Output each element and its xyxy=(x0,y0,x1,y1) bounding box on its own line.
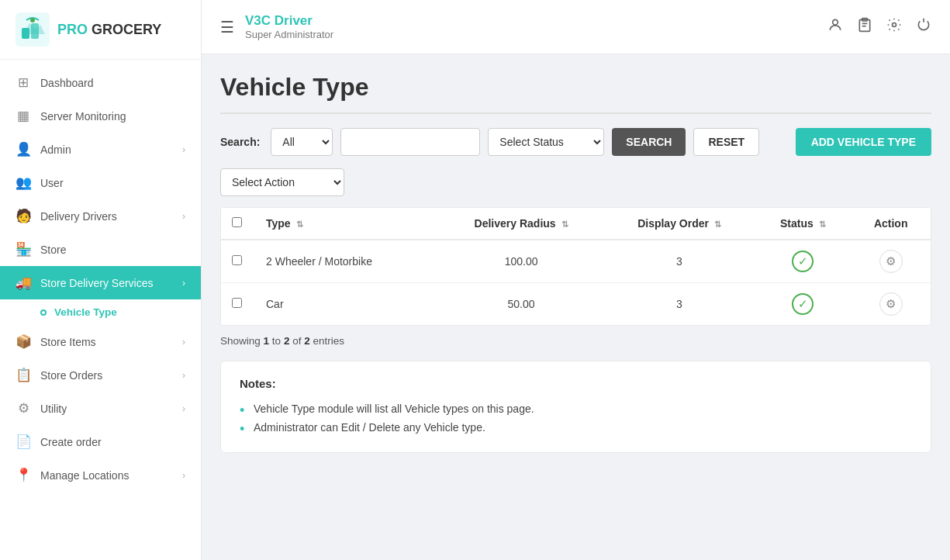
action-select[interactable]: Select Action Delete xyxy=(220,168,344,196)
th-type: Type ⇅ xyxy=(255,208,438,240)
sidebar-item-store-items[interactable]: 📦 Store Items › xyxy=(0,325,201,358)
chevron-right-icon: › xyxy=(182,337,185,347)
sidebar-navigation: ⊞ Dashboard ▦ Server Monitoring 👤 Admin … xyxy=(0,60,201,498)
utility-icon: ⚙ xyxy=(16,400,31,417)
search-button[interactable]: SEARCH xyxy=(612,128,686,156)
sidebar-item-create-order[interactable]: 📄 Create order xyxy=(0,425,201,458)
row-type-cell: Car xyxy=(255,283,438,326)
th-action: Action xyxy=(851,208,931,240)
add-vehicle-type-button[interactable]: ADD VEHICLE TYPE xyxy=(796,128,931,156)
notes-box: Notes: Vehicle Type module will list all… xyxy=(220,361,931,453)
orders-icon: 📋 xyxy=(16,367,31,383)
status-select[interactable]: Select Status Active Inactive xyxy=(488,128,604,156)
person-circle-icon: 🧑 xyxy=(16,208,31,224)
sidebar-item-label: Delivery Drivers xyxy=(40,210,117,223)
sort-icon-order: ⇅ xyxy=(714,220,721,229)
sidebar-item-store[interactable]: 🏪 Store xyxy=(0,233,201,266)
sidebar: PRO GROCERY ⊞ Dashboard ▦ Server Monitor… xyxy=(0,0,202,560)
sidebar-item-label: Dashboard xyxy=(40,77,94,89)
row-order-cell: 3 xyxy=(604,240,755,283)
action-gear-icon[interactable]: ⚙ xyxy=(879,292,903,316)
chevron-right-icon: › xyxy=(182,470,185,481)
header-subtitle: Super Administrator xyxy=(245,29,827,40)
sort-icon-status: ⇅ xyxy=(819,220,826,229)
select-all-checkbox[interactable] xyxy=(232,217,242,227)
row-radius-cell: 50.00 xyxy=(438,283,603,326)
delivery-icon: 🚚 xyxy=(16,275,31,291)
sort-icon-radius: ⇅ xyxy=(561,220,568,229)
sidebar-item-label: Manage Locations xyxy=(40,469,129,482)
table-body: 2 Wheeler / Motorbike 100.00 3 ✓ ⚙ xyxy=(221,240,931,325)
action-gear-icon[interactable]: ⚙ xyxy=(879,250,903,273)
sidebar-item-delivery-drivers[interactable]: 🧑 Delivery Drivers › xyxy=(0,199,201,233)
settings-icon[interactable] xyxy=(886,17,902,36)
row-checkbox-cell xyxy=(221,240,255,283)
header-title-block: V3C Driver Super Administrator xyxy=(245,13,827,40)
chevron-right-icon: › xyxy=(182,144,185,155)
grid-icon: ⊞ xyxy=(16,74,31,91)
hamburger-icon[interactable]: ☰ xyxy=(220,18,234,36)
pagination-info: Showing 1 to 2 of 2 entries xyxy=(220,335,931,347)
notes-item: Vehicle Type module will list all Vehicl… xyxy=(240,399,912,418)
logo-text: PRO GROCERY xyxy=(57,22,161,38)
page-content: Vehicle Type Search: All Select Status A… xyxy=(202,54,950,560)
logo-icon xyxy=(16,12,50,47)
notes-item: Administrator can Edit / Delete any Vehi… xyxy=(240,418,912,437)
notes-title: Notes: xyxy=(240,377,912,390)
sidebar-item-label: Store Items xyxy=(40,336,96,348)
reset-button[interactable]: RESET xyxy=(693,128,759,156)
create-icon: 📄 xyxy=(16,434,31,450)
sidebar-item-label: Admin xyxy=(40,143,71,156)
bar-chart-icon: ▦ xyxy=(16,108,31,124)
power-icon[interactable] xyxy=(916,17,931,36)
sidebar-subitem-vehicle-type[interactable]: Vehicle Type xyxy=(0,299,201,325)
row-status-cell: ✓ xyxy=(755,283,851,326)
box-icon: 📦 xyxy=(16,334,31,350)
row-action-cell: ⚙ xyxy=(851,240,931,283)
table-row: 2 Wheeler / Motorbike 100.00 3 ✓ ⚙ xyxy=(221,240,931,283)
table-header: Type ⇅ Delivery Radius ⇅ Display Order ⇅ xyxy=(221,208,931,240)
svg-point-3 xyxy=(30,18,35,22)
svg-rect-1 xyxy=(22,28,29,39)
row-checkbox-cell xyxy=(221,283,255,326)
sidebar-item-label: Store Orders xyxy=(40,369,102,382)
user-icon[interactable] xyxy=(827,17,843,36)
search-input[interactable] xyxy=(340,128,480,156)
svg-point-9 xyxy=(893,23,896,27)
sidebar-item-user[interactable]: 👥 User xyxy=(0,166,201,199)
sidebar-item-manage-locations[interactable]: 📍 Manage Locations › xyxy=(0,458,201,492)
row-checkbox[interactable] xyxy=(232,298,242,308)
header-icons xyxy=(827,17,931,36)
row-type-cell: 2 Wheeler / Motorbike xyxy=(255,240,438,283)
sidebar-item-label: Store Delivery Services xyxy=(40,277,154,289)
table-row: Car 50.00 3 ✓ ⚙ xyxy=(221,283,931,326)
row-checkbox[interactable] xyxy=(232,255,242,265)
svg-point-4 xyxy=(833,19,838,25)
notes-list: Vehicle Type module will list all Vehicl… xyxy=(240,399,912,437)
vehicle-type-table-wrapper: Type ⇅ Delivery Radius ⇅ Display Order ⇅ xyxy=(220,207,931,326)
pagination-to: 2 xyxy=(284,335,290,347)
svg-rect-2 xyxy=(31,23,39,39)
vehicle-type-table: Type ⇅ Delivery Radius ⇅ Display Order ⇅ xyxy=(221,208,931,325)
sidebar-item-store-delivery-services[interactable]: 🚚 Store Delivery Services › xyxy=(0,266,201,299)
th-display-order: Display Order ⇅ xyxy=(604,208,755,240)
sidebar-item-utility[interactable]: ⚙ Utility › xyxy=(0,392,201,425)
search-all-select[interactable]: All xyxy=(271,128,333,156)
status-active-icon: ✓ xyxy=(792,251,814,272)
th-checkbox xyxy=(221,208,255,240)
sidebar-item-admin[interactable]: 👤 Admin › xyxy=(0,133,201,166)
location-icon: 📍 xyxy=(16,467,31,483)
sidebar-item-server-monitoring[interactable]: ▦ Server Monitoring xyxy=(0,99,201,133)
chevron-right-icon: › xyxy=(182,403,185,414)
pagination-total: 2 xyxy=(304,335,310,347)
sidebar-item-store-orders[interactable]: 📋 Store Orders › xyxy=(0,358,201,392)
status-active-icon: ✓ xyxy=(792,293,814,315)
chevron-right-icon: › xyxy=(182,278,185,289)
person-icon: 👤 xyxy=(16,141,31,157)
main-area: ☰ V3C Driver Super Administrator Vehicle… xyxy=(202,0,950,560)
sidebar-item-label: Utility xyxy=(40,403,67,415)
sidebar-item-dashboard[interactable]: ⊞ Dashboard xyxy=(0,66,201,99)
th-status: Status ⇅ xyxy=(755,208,851,240)
clipboard-icon[interactable] xyxy=(857,17,872,36)
dot-icon xyxy=(40,309,47,316)
